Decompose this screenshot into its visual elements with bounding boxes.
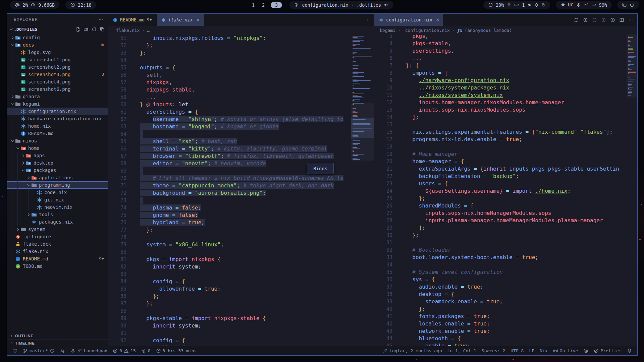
breadcrumb-item[interactable]: configuration.nix [405, 28, 450, 33]
token: username [153, 116, 179, 122]
tree-item-apps[interactable]: apps [7, 152, 108, 159]
run-icon[interactable] [610, 17, 615, 22]
minimap-bar [353, 36, 364, 37]
tab-README.md[interactable]: README.md9+ [108, 14, 157, 26]
breadcrumb-item[interactable]: … [147, 28, 150, 33]
minimap[interactable] [627, 35, 637, 347]
status-language-mode[interactable]: Nix [537, 346, 550, 355]
editor[interactable]: 51 inputs.nixpkgs.follows = "nixpkgs";52… [108, 35, 374, 347]
breadcrumb-item[interactable]: flake.nix [116, 28, 140, 33]
tree-item-TODO.md[interactable]: TODO.md [7, 262, 108, 270]
status-notifications[interactable] [624, 346, 635, 355]
minimap[interactable] [351, 35, 374, 347]
status-eol[interactable]: LF [526, 346, 537, 355]
more-icon[interactable] [365, 17, 370, 22]
tree-item-git.nix[interactable]: git.nix [7, 196, 108, 203]
split-icon[interactable] [619, 17, 624, 22]
indent-guide [10, 130, 15, 137]
tree-item-screenshot1.png[interactable]: screenshot1.png [7, 56, 108, 63]
status-text: Launchpad [84, 348, 107, 353]
history-icon[interactable] [574, 17, 579, 22]
outline-section[interactable]: OUTLINE [7, 332, 108, 340]
tree-item-programming[interactable]: programming [7, 181, 108, 189]
tree-item-system[interactable]: system [7, 226, 108, 233]
more-icon[interactable] [628, 17, 633, 22]
fwd-icon[interactable] [601, 17, 606, 22]
tab-configuration.nix[interactable]: configuration.nix× [374, 14, 444, 26]
tree-item-ginoza[interactable]: ginoza [7, 93, 108, 100]
status-go-live[interactable]: Go Live [550, 346, 581, 355]
window-title[interactable]: configuration.nix - .dotfiles [289, 1, 393, 9]
tree-item-docs[interactable]: docs [7, 41, 108, 49]
tree-item-README.md[interactable]: README.md9+ [7, 255, 108, 262]
timeline-section[interactable]: TIMELINE [7, 339, 108, 347]
session[interactable] [617, 1, 639, 9]
workspace-1[interactable]: 1 [251, 2, 256, 8]
tree-item-README.md[interactable]: README.md [7, 130, 108, 137]
status-problems[interactable]: 015 [110, 346, 138, 355]
tree-item-configuration.nix[interactable]: configuration.nix [7, 108, 108, 115]
status-remote[interactable] [10, 346, 20, 355]
status-git-blame[interactable]: foglar, 2 months ago [380, 346, 445, 355]
newfolder-icon[interactable] [84, 27, 89, 32]
tab-flake.nix[interactable]: flake.nix× [157, 14, 204, 26]
tree-item-logo.svg[interactable]: logo.svg [7, 49, 108, 56]
minimap-slider[interactable] [351, 103, 374, 161]
tree-item-home[interactable]: home [7, 144, 108, 152]
workspace-2[interactable]: 2 [261, 2, 266, 8]
tree-item-config[interactable]: config [7, 34, 108, 41]
system-stats[interactable]: 2%9.66GB [10, 1, 59, 9]
close-icon[interactable]: × [436, 17, 439, 23]
breadcrumb-item[interactable]: kogami [380, 28, 395, 33]
code-line: 15 [374, 121, 637, 128]
tree-item-screenshot2.png[interactable]: screenshot2.png [7, 63, 108, 71]
back-icon[interactable] [583, 17, 588, 22]
sync-icon[interactable] [92, 27, 97, 32]
status-cursor-position[interactable]: Ln 1, Col 1 [445, 346, 479, 355]
tree-item-hardware-configuration.nix[interactable]: hardware-configuration.nix [7, 115, 108, 122]
tray-status[interactable]: UC99% [556, 1, 612, 9]
tree-item-applications[interactable]: applications [7, 174, 108, 181]
tree-item-screenshot6.png[interactable]: screenshot6.png [7, 85, 108, 93]
tree-item-desktop[interactable]: desktop [7, 159, 108, 167]
line-content [392, 261, 637, 268]
circle-icon[interactable] [592, 17, 597, 22]
line-number: 60 [108, 101, 126, 108]
tree-item-code.nix[interactable]: code.nix [7, 189, 108, 196]
tree-item-packages[interactable]: packages [7, 167, 108, 174]
minimap-bar [353, 68, 358, 69]
tree-item-screenshot3.png[interactable]: screenshot3.pngU [7, 71, 108, 78]
clock[interactable]: 22:18 [65, 1, 96, 9]
tree-item-.gitignore[interactable]: .gitignore [7, 233, 108, 240]
collapse-icon[interactable] [100, 27, 105, 32]
tree-item-tools[interactable]: tools [7, 211, 108, 218]
tree-item-neovim.nix[interactable]: neovim.nix [7, 203, 108, 211]
breadcrumb-item[interactable]: (anonymous lambda) [465, 28, 512, 33]
close-icon[interactable]: × [197, 17, 200, 23]
editor[interactable]: 3 pkgs,4 pkgs-stable,5 userSettings,6 ..… [374, 35, 637, 347]
tree-item-flake.lock[interactable]: flake.lock [7, 240, 108, 248]
line-content: inherit system; [126, 322, 374, 329]
status-launchpad[interactable]: Launchpad [68, 346, 110, 355]
tree-item-screenshot4.png[interactable]: screenshot4.png [7, 78, 108, 85]
explorer-more-icon[interactable] [98, 17, 103, 22]
status-branch-compare[interactable] [57, 346, 68, 355]
tree-item-kogami[interactable]: kogami [7, 100, 108, 108]
tree-item-nixos[interactable]: nixos [7, 137, 108, 144]
status-git-branch[interactable]: master* [20, 346, 57, 355]
minimap-slider[interactable] [627, 35, 637, 98]
workspace-3[interactable]: 3 [271, 2, 282, 8]
tree-item-flake.nix[interactable]: flake.nix [7, 248, 108, 255]
status-ports[interactable]: 0 [139, 346, 153, 355]
tree-item-home.nix[interactable]: home.nix [7, 122, 108, 130]
tree-item-packages.nix[interactable]: packages.nix [7, 218, 108, 226]
explorer-root-row[interactable]: .DOTFILES [7, 25, 108, 33]
token [406, 35, 412, 39]
status-prettier[interactable]: Prettier [591, 346, 624, 355]
status-time-tracker[interactable]: 3 hrs 53 mins [153, 346, 200, 355]
status-encoding[interactable]: UTF-8 [508, 346, 526, 355]
audio-status[interactable]: 20%10 [483, 1, 550, 9]
status-indentation[interactable]: Spaces: 2 [479, 346, 508, 355]
newfile-icon[interactable] [75, 27, 80, 32]
status-github[interactable] [581, 346, 591, 355]
